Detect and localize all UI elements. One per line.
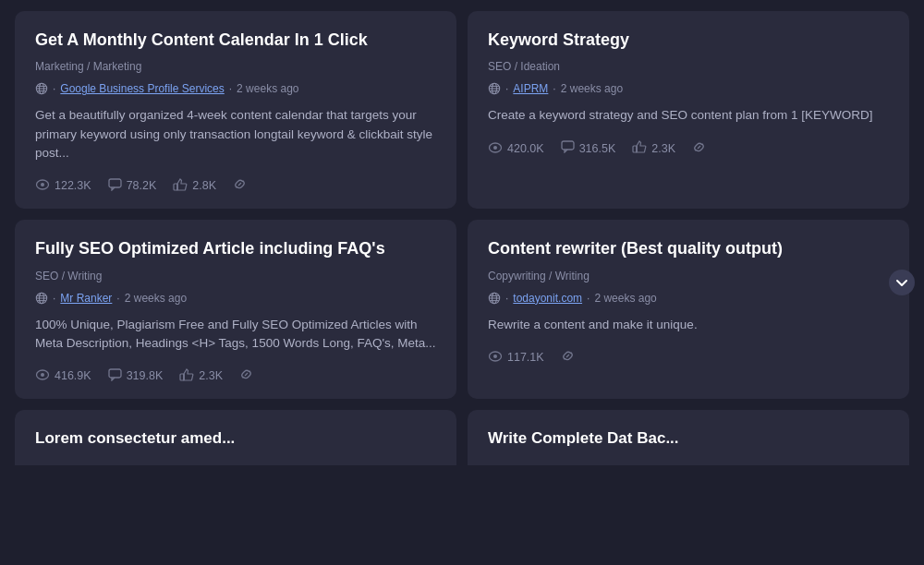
card-4-title: Content rewriter (Best quality output) bbox=[488, 238, 889, 259]
card-3-time: 2 weeks ago bbox=[125, 292, 187, 305]
svg-point-6 bbox=[41, 183, 44, 186]
eye-icon bbox=[35, 178, 50, 193]
card-1-category: Marketing / Marketing bbox=[35, 60, 436, 73]
card-3-category: SEO / Writing bbox=[35, 270, 436, 282]
card-4-time: 2 weeks ago bbox=[594, 292, 656, 305]
link-icon bbox=[233, 177, 247, 194]
card-2-description: Create a keyword strategy and SEO conten… bbox=[488, 106, 889, 125]
card-3[interactable]: Fully SEO Optimized Article including FA… bbox=[15, 220, 456, 399]
globe-icon-3 bbox=[35, 292, 48, 305]
eye-icon-4 bbox=[488, 350, 503, 365]
link-icon-3 bbox=[239, 367, 253, 384]
scroll-down-button[interactable] bbox=[889, 270, 915, 295]
link-icon-2 bbox=[692, 140, 706, 157]
like-icon-3 bbox=[179, 368, 194, 384]
card-2-title: Keyword Strategy bbox=[488, 30, 889, 51]
separator: · bbox=[553, 82, 555, 95]
link-icon-4 bbox=[561, 349, 575, 366]
svg-rect-27 bbox=[109, 369, 121, 378]
card-4[interactable]: Content rewriter (Best quality output) C… bbox=[468, 220, 909, 399]
svg-rect-17 bbox=[562, 141, 574, 150]
svg-point-36 bbox=[493, 355, 497, 358]
card-1-time: 2 weeks ago bbox=[237, 82, 298, 95]
svg-rect-29 bbox=[180, 374, 184, 380]
card-2-comments: 316.5K bbox=[561, 140, 616, 156]
separator: · bbox=[53, 82, 55, 95]
card-1[interactable]: Get A Monthly Content Calendar In 1 Clic… bbox=[15, 11, 456, 209]
card-2-link bbox=[692, 140, 706, 157]
card-4-author-row: · todayonit.com · 2 weeks ago bbox=[488, 292, 889, 305]
card-1-likes: 2.8K bbox=[173, 178, 216, 194]
partial-cards-row: Lorem consectetur amed... Write Complete… bbox=[15, 410, 909, 465]
svg-point-26 bbox=[41, 373, 44, 377]
card-4-views: 117.1K bbox=[488, 350, 544, 365]
comment-icon-2 bbox=[561, 140, 575, 156]
like-icon bbox=[173, 178, 188, 194]
svg-rect-9 bbox=[174, 184, 177, 190]
card-2-stats: 420.0K 316.5K 2.3K bbox=[488, 140, 889, 157]
separator: · bbox=[587, 292, 590, 305]
card-3-title: Fully SEO Optimized Article including FA… bbox=[35, 238, 436, 259]
partial-card-1-title: Lorem consectetur amed... bbox=[35, 428, 436, 449]
separator: · bbox=[505, 292, 508, 305]
card-3-views: 416.9K bbox=[35, 368, 91, 383]
card-1-description: Get a beautifully organized 4-week conte… bbox=[35, 106, 436, 162]
card-1-title: Get A Monthly Content Calendar In 1 Clic… bbox=[35, 30, 436, 51]
globe-icon-2 bbox=[488, 82, 501, 95]
card-3-link bbox=[239, 367, 253, 384]
eye-icon-2 bbox=[488, 141, 503, 156]
card-2-time: 2 weeks ago bbox=[561, 82, 623, 95]
card-4-link bbox=[561, 349, 575, 366]
card-4-stats: 117.1K bbox=[488, 349, 889, 366]
card-3-author-row: · Mr Ranker · 2 weeks ago bbox=[35, 292, 436, 305]
card-2-author-row: · AIPRM · 2 weeks ago bbox=[488, 82, 889, 95]
card-1-author-link[interactable]: Google Business Profile Services bbox=[60, 82, 224, 95]
card-2-views: 420.0K bbox=[488, 141, 544, 156]
globe-icon bbox=[35, 82, 48, 95]
eye-icon-3 bbox=[35, 368, 50, 383]
card-2-author-link[interactable]: AIPRM bbox=[513, 82, 548, 95]
card-1-stats: 122.3K 78.2K 2.8K bbox=[35, 177, 436, 194]
card-1-link bbox=[233, 177, 247, 194]
partial-card-1[interactable]: Lorem consectetur amed... bbox=[15, 410, 456, 465]
svg-rect-19 bbox=[633, 146, 637, 152]
card-1-views: 122.3K bbox=[35, 178, 91, 193]
separator: · bbox=[229, 82, 232, 95]
card-1-author-row: · Google Business Profile Services · 2 w… bbox=[35, 82, 436, 95]
card-2-category: SEO / Ideation bbox=[488, 60, 889, 73]
card-3-author-link[interactable]: Mr Ranker bbox=[60, 292, 112, 305]
page-container: Get A Monthly Content Calendar In 1 Clic… bbox=[0, 0, 924, 565]
card-1-comments: 78.2K bbox=[108, 178, 157, 194]
card-4-category: Copywriting / Writing bbox=[488, 270, 889, 282]
chevron-down-icon bbox=[895, 276, 908, 289]
card-2-likes: 2.3K bbox=[632, 140, 675, 156]
card-3-stats: 416.9K 319.8K 2.3K bbox=[35, 367, 436, 384]
comment-icon bbox=[108, 178, 122, 194]
card-2[interactable]: Keyword Strategy SEO / Ideation · AIPRM … bbox=[468, 11, 909, 209]
comment-icon-3 bbox=[108, 368, 122, 384]
globe-icon-4 bbox=[488, 292, 501, 305]
like-icon-2 bbox=[632, 140, 647, 156]
partial-card-2-title: Write Complete Dat Bac... bbox=[488, 428, 889, 449]
card-3-likes: 2.3K bbox=[179, 368, 223, 384]
separator: · bbox=[505, 82, 508, 95]
card-3-description: 100% Unique, Plagiarism Free and Fully S… bbox=[35, 316, 436, 354]
svg-point-16 bbox=[493, 146, 497, 150]
separator: · bbox=[53, 292, 55, 305]
separator: · bbox=[116, 292, 119, 305]
card-4-description: Rewrite a content and make it unique. bbox=[488, 316, 889, 334]
svg-rect-7 bbox=[109, 179, 121, 187]
partial-card-2[interactable]: Write Complete Dat Bac... bbox=[468, 410, 909, 465]
card-4-author-link[interactable]: todayonit.com bbox=[513, 292, 582, 305]
card-3-comments: 319.8K bbox=[108, 368, 164, 384]
cards-grid: Get A Monthly Content Calendar In 1 Clic… bbox=[15, 11, 909, 399]
